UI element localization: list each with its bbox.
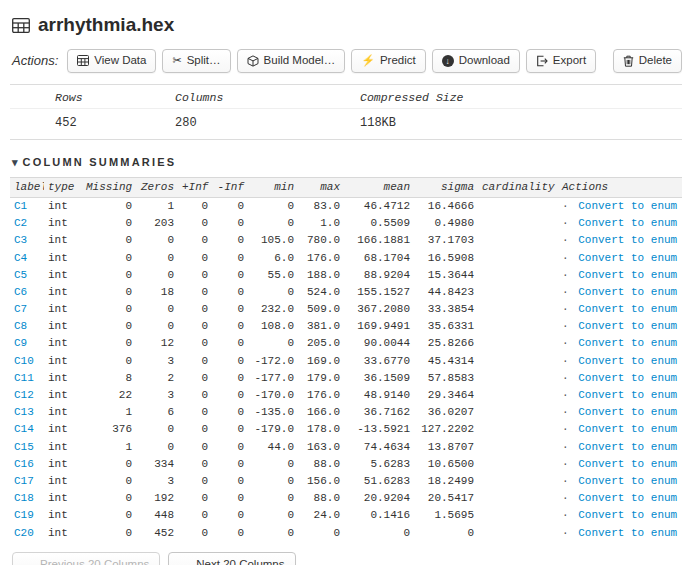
cell-type: int (44, 525, 82, 542)
download-icon: ↓ (442, 55, 454, 67)
column-label-link[interactable]: C9 (14, 337, 27, 349)
cell-max: 24.0 (298, 507, 344, 524)
delete-button[interactable]: Delete (613, 49, 682, 73)
page-title: arrhythmia.hex (38, 14, 174, 36)
column-summaries-section-toggle[interactable]: ▾COLUMN SUMMARIES (12, 156, 682, 169)
column-label-link[interactable]: C3 (14, 234, 27, 246)
cell-type: int (44, 250, 82, 267)
column-label-link[interactable]: C7 (14, 303, 27, 315)
convert-to-enum-link[interactable]: Convert to enum (578, 320, 677, 332)
summary-table-body: C1 int 0 1 0 0 0 83.0 46.4712 16.4666 · … (10, 197, 682, 541)
cell-type: int (44, 232, 82, 249)
column-label-link[interactable]: C12 (14, 389, 34, 401)
view-data-button[interactable]: View Data (67, 49, 156, 73)
column-label-link[interactable]: C19 (14, 509, 34, 521)
download-button[interactable]: ↓ Download (432, 49, 520, 73)
cell-type: int (44, 404, 82, 421)
actions-label: Actions: (12, 53, 58, 68)
column-label-link[interactable]: C18 (14, 492, 34, 504)
predict-label: Predict (380, 54, 416, 68)
action-separator: · (562, 441, 575, 453)
action-separator: · (562, 527, 575, 539)
convert-to-enum-link[interactable]: Convert to enum (578, 475, 677, 487)
cell-min: 0 (248, 215, 298, 232)
convert-to-enum-link[interactable]: Convert to enum (578, 458, 677, 470)
convert-to-enum-link[interactable]: Convert to enum (578, 389, 677, 401)
convert-to-enum-link[interactable]: Convert to enum (578, 234, 677, 246)
cell-pinf: 0 (178, 335, 212, 352)
predict-button[interactable]: ⚡ Predict (351, 49, 426, 73)
convert-to-enum-link[interactable]: Convert to enum (578, 355, 677, 367)
convert-to-enum-link[interactable]: Convert to enum (578, 252, 677, 264)
column-label-link[interactable]: C11 (14, 372, 34, 384)
cell-max: 381.0 (298, 318, 344, 335)
cell-ninf: 0 (212, 301, 248, 318)
col-header-zeros: Zeros (136, 177, 178, 197)
convert-to-enum-link[interactable]: Convert to enum (578, 200, 677, 212)
split-button[interactable]: ✂ Split… (162, 49, 230, 73)
convert-to-enum-link[interactable]: Convert to enum (578, 269, 677, 281)
cell-zeros: 12 (136, 335, 178, 352)
cell-pinf: 0 (178, 473, 212, 490)
cell-max: 178.0 (298, 421, 344, 438)
column-label-link[interactable]: C17 (14, 475, 34, 487)
col-header-missing: Missing (82, 177, 136, 197)
column-label-link[interactable]: C14 (14, 423, 34, 435)
column-label-link[interactable]: C10 (14, 355, 34, 367)
cell-min: 55.0 (248, 267, 298, 284)
cell-min: 0 (248, 507, 298, 524)
column-label-link[interactable]: C13 (14, 406, 34, 418)
column-label-link[interactable]: C16 (14, 458, 34, 470)
convert-to-enum-link[interactable]: Convert to enum (578, 217, 677, 229)
cell-cardinality (478, 387, 558, 404)
cell-ninf: 0 (212, 318, 248, 335)
convert-to-enum-link[interactable]: Convert to enum (578, 286, 677, 298)
cell-type: int (44, 421, 82, 438)
convert-to-enum-link[interactable]: Convert to enum (578, 492, 677, 504)
col-header-label: label (10, 177, 44, 197)
cell-ninf: 0 (212, 421, 248, 438)
cell-max: 205.0 (298, 335, 344, 352)
column-label-link[interactable]: C5 (14, 269, 27, 281)
cell-type: int (44, 490, 82, 507)
next-columns-button[interactable]: → Next 20 Columns (168, 552, 295, 565)
cell-mean: 33.6770 (344, 353, 414, 370)
cell-min: 0 (248, 335, 298, 352)
column-label-link[interactable]: C2 (14, 217, 27, 229)
convert-to-enum-link[interactable]: Convert to enum (578, 441, 677, 453)
cell-mean: 5.6283 (344, 456, 414, 473)
cell-cardinality (478, 525, 558, 542)
convert-to-enum-link[interactable]: Convert to enum (578, 527, 677, 539)
table-row: C12 int 22 3 0 0 -170.0 176.0 48.9140 29… (10, 387, 682, 404)
cell-sigma: 13.8707 (414, 439, 478, 456)
cell-mean: 74.4634 (344, 439, 414, 456)
cell-ninf: 0 (212, 507, 248, 524)
convert-to-enum-link[interactable]: Convert to enum (578, 509, 677, 521)
cell-min: -179.0 (248, 421, 298, 438)
cell-ninf: 0 (212, 353, 248, 370)
col-header-sigma: sigma (414, 177, 478, 197)
convert-to-enum-link[interactable]: Convert to enum (578, 406, 677, 418)
convert-to-enum-link[interactable]: Convert to enum (578, 423, 677, 435)
cell-ninf: 0 (212, 490, 248, 507)
column-label-link[interactable]: C1 (14, 200, 27, 212)
convert-to-enum-link[interactable]: Convert to enum (578, 303, 677, 315)
action-separator: · (562, 337, 575, 349)
column-label-link[interactable]: C8 (14, 320, 27, 332)
convert-to-enum-link[interactable]: Convert to enum (578, 337, 677, 349)
previous-columns-button[interactable]: ← Previous 20 Columns (12, 552, 160, 565)
cell-cardinality (478, 456, 558, 473)
cell-max: 176.0 (298, 387, 344, 404)
column-label-link[interactable]: C4 (14, 252, 27, 264)
column-label-link[interactable]: C20 (14, 527, 34, 539)
cell-pinf: 0 (178, 507, 212, 524)
convert-to-enum-link[interactable]: Convert to enum (578, 372, 677, 384)
column-label-link[interactable]: C6 (14, 286, 27, 298)
export-button[interactable]: Export (526, 49, 596, 73)
cell-missing: 0 (82, 473, 136, 490)
column-label-link[interactable]: C15 (14, 441, 34, 453)
cell-zeros: 0 (136, 267, 178, 284)
table-row: C20 int 0 452 0 0 0 0 0 0 · Convert to e… (10, 525, 682, 542)
build-model-button[interactable]: Build Model… (237, 49, 346, 73)
table-row: C6 int 0 18 0 0 0 524.0 155.1527 44.8423… (10, 284, 682, 301)
